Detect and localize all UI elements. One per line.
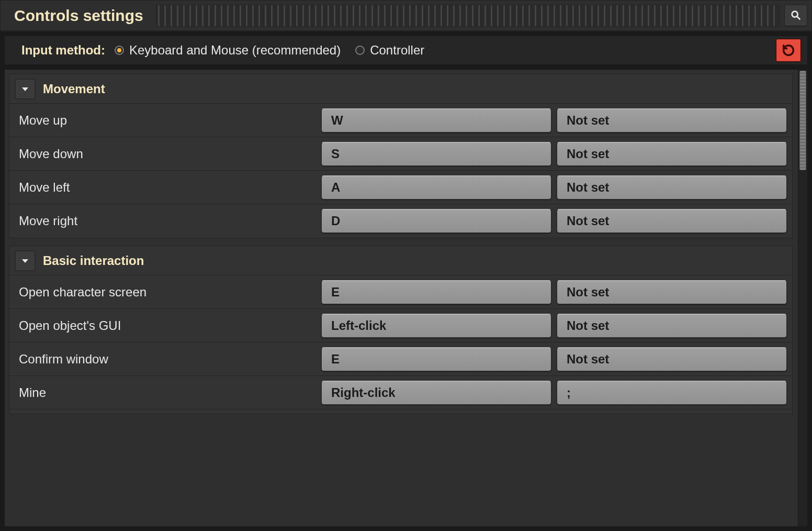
section-basic-interaction: Basic interaction Open character screen … bbox=[9, 246, 793, 414]
radio-label: Controller bbox=[370, 43, 424, 58]
search-icon bbox=[790, 9, 802, 21]
binding-label: Mine bbox=[19, 385, 316, 400]
binding-row: Open object's GUI Left-click Not set bbox=[9, 309, 792, 342]
binding-row: Mine Right-click ; bbox=[9, 376, 792, 410]
input-method-bar: Input method: Keyboard and Mouse (recomm… bbox=[4, 36, 808, 65]
section-header: Basic interaction bbox=[9, 246, 792, 275]
primary-key-button[interactable]: W bbox=[321, 108, 551, 132]
binding-row bbox=[9, 410, 792, 414]
primary-key-button[interactable]: D bbox=[321, 209, 551, 233]
chevron-down-icon bbox=[21, 85, 29, 93]
binding-label: Confirm window bbox=[19, 352, 316, 367]
secondary-key-button[interactable]: Not set bbox=[557, 108, 787, 132]
binding-row: Move left A Not set bbox=[9, 171, 792, 204]
radio-label: Keyboard and Mouse (recommended) bbox=[129, 43, 341, 58]
svg-line-1 bbox=[797, 17, 800, 20]
binding-label: Move left bbox=[19, 180, 316, 195]
secondary-key-button[interactable]: ; bbox=[557, 381, 787, 405]
radio-dot-icon bbox=[115, 46, 124, 55]
input-method-radio-group: Keyboard and Mouse (recommended) Control… bbox=[115, 43, 424, 58]
binding-row: Move up W Not set bbox=[9, 104, 792, 137]
binding-label: Move right bbox=[19, 214, 316, 228]
primary-key-button[interactable]: S bbox=[321, 142, 551, 166]
secondary-key-button[interactable]: Not set bbox=[557, 314, 787, 338]
bindings-scroll-area: Movement Move up W Not set Move down S N… bbox=[4, 69, 808, 527]
secondary-key-button[interactable]: Not set bbox=[557, 175, 787, 200]
binding-row: Open character screen E Not set bbox=[9, 275, 792, 309]
section-movement: Movement Move up W Not set Move down S N… bbox=[9, 74, 793, 238]
svg-marker-2 bbox=[22, 87, 28, 91]
binding-row: Move down S Not set bbox=[9, 137, 792, 171]
page-title: Controls settings bbox=[14, 7, 143, 25]
section-title: Movement bbox=[43, 82, 105, 96]
binding-label: Move down bbox=[19, 147, 316, 161]
primary-key-button[interactable]: E bbox=[321, 347, 551, 371]
bindings-content: Movement Move up W Not set Move down S N… bbox=[5, 70, 797, 526]
chevron-down-icon bbox=[21, 257, 29, 265]
scrollbar-thumb[interactable] bbox=[799, 71, 806, 170]
title-grip[interactable] bbox=[156, 5, 780, 27]
binding-label: Move up bbox=[19, 113, 316, 128]
collapse-button[interactable] bbox=[15, 250, 36, 271]
svg-marker-3 bbox=[22, 259, 28, 263]
section-header: Movement bbox=[9, 74, 792, 104]
reset-icon bbox=[781, 43, 796, 58]
title-bar: Controls settings bbox=[0, 0, 812, 31]
primary-key-button[interactable]: Left-click bbox=[321, 314, 551, 338]
primary-key-button[interactable]: E bbox=[321, 280, 551, 304]
section-title: Basic interaction bbox=[43, 253, 144, 268]
primary-key-button[interactable]: Right-click bbox=[321, 381, 551, 405]
binding-row: Move right D Not set bbox=[9, 204, 792, 238]
reset-button[interactable] bbox=[776, 39, 801, 62]
svg-point-0 bbox=[792, 12, 798, 17]
radio-controller[interactable]: Controller bbox=[355, 43, 424, 58]
primary-key-button[interactable]: A bbox=[321, 175, 551, 200]
secondary-key-button[interactable]: Not set bbox=[557, 142, 787, 166]
collapse-button[interactable] bbox=[15, 79, 36, 99]
secondary-key-button[interactable]: Not set bbox=[557, 209, 787, 233]
secondary-key-button[interactable]: Not set bbox=[557, 347, 787, 371]
binding-label: Open character screen bbox=[19, 285, 316, 300]
binding-row: Confirm window E Not set bbox=[9, 342, 792, 376]
binding-label: Open object's GUI bbox=[19, 318, 316, 333]
radio-keyboard-mouse[interactable]: Keyboard and Mouse (recommended) bbox=[115, 43, 341, 58]
radio-dot-icon bbox=[355, 46, 365, 55]
search-button[interactable] bbox=[784, 5, 807, 27]
secondary-key-button[interactable]: Not set bbox=[557, 280, 787, 304]
scrollbar-track[interactable] bbox=[798, 70, 807, 526]
input-method-label: Input method: bbox=[21, 43, 105, 58]
